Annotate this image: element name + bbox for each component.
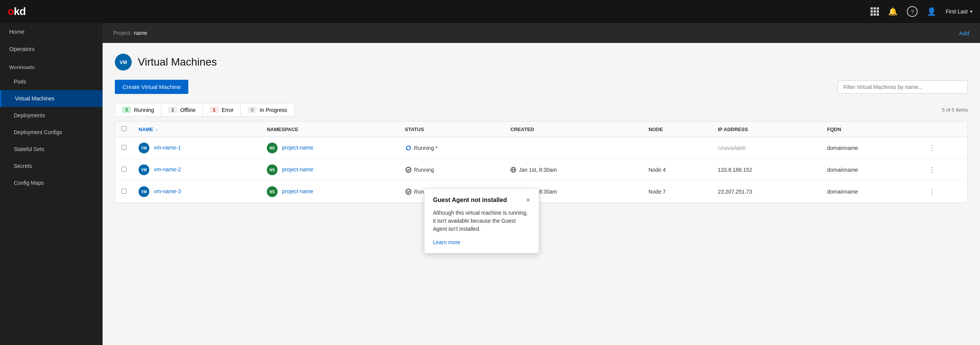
select-all-header[interactable] bbox=[115, 122, 132, 137]
user-name: First Last bbox=[946, 8, 968, 15]
page-badge: VM bbox=[115, 54, 132, 71]
sidebar-item-deployments[interactable]: Deployments bbox=[0, 107, 103, 124]
popover-close-button[interactable]: × bbox=[526, 197, 530, 204]
row2-checkbox[interactable] bbox=[121, 167, 126, 172]
row1-vm-badge: VM bbox=[139, 143, 149, 153]
row3-ns-badge: NS bbox=[267, 186, 278, 197]
row1-name-cell: VM vm-name-1 bbox=[132, 137, 261, 159]
row3-name-cell: VM vm-name-3 bbox=[132, 181, 261, 203]
row2-fqdn-cell: domainname bbox=[821, 159, 922, 181]
row1-status-text: Running * bbox=[414, 145, 438, 151]
row2-node-cell: Node 4 bbox=[642, 159, 712, 181]
filter-offline[interactable]: 1 Offline bbox=[161, 104, 203, 116]
row3-vm-badge: VM bbox=[139, 186, 149, 197]
row3-namespace-cell: NS project-name bbox=[261, 181, 399, 203]
row1-fqdn-cell: domainname bbox=[821, 137, 922, 159]
waffle-icon[interactable] bbox=[871, 7, 879, 16]
sidebar-item-home[interactable]: Home bbox=[0, 23, 103, 40]
filter-error[interactable]: 1 Error bbox=[203, 104, 241, 116]
svg-point-4 bbox=[406, 189, 411, 194]
status-col-header: STATUS bbox=[399, 122, 505, 137]
table-header-row: NAME ↕ NAMESPACE STATUS CREATED NODE IP … bbox=[115, 122, 967, 137]
running-count: 3 bbox=[122, 107, 131, 113]
row1-name-link[interactable]: vm-name-1 bbox=[154, 145, 181, 151]
row2-namespace-link[interactable]: project-name bbox=[282, 166, 314, 172]
top-nav-icons: 🔔 ? 👤 First Last ▾ bbox=[871, 6, 972, 17]
sidebar: Home Operators Workloads Pods Virtual Ma… bbox=[0, 23, 103, 345]
page-header: VM Virtual Machines bbox=[115, 54, 968, 71]
svg-point-0 bbox=[406, 167, 411, 172]
row2-status-cell: Running bbox=[399, 159, 505, 181]
row3-name-link[interactable]: vm-name-3 bbox=[154, 188, 181, 194]
row1-ip-cell: Unavailable bbox=[712, 137, 821, 159]
create-vm-button[interactable]: Create Virtual Machine bbox=[115, 80, 188, 94]
row3-actions-cell[interactable]: ⋮ bbox=[923, 181, 967, 203]
subheader: Project: name Add bbox=[103, 23, 980, 43]
row1-namespace-cell: NS project-name bbox=[261, 137, 399, 159]
row1-actions-cell[interactable]: ⋮ bbox=[923, 137, 967, 159]
row2-checkbox-cell[interactable] bbox=[115, 159, 132, 181]
sidebar-item-operators[interactable]: Operators bbox=[0, 40, 103, 58]
user-avatar-icon[interactable]: 👤 bbox=[927, 7, 936, 16]
okd-logo-text: okd bbox=[8, 5, 26, 18]
add-button[interactable]: Add bbox=[959, 30, 969, 36]
row2-ns-badge: NS bbox=[267, 164, 278, 175]
node-col-header: NODE bbox=[642, 122, 712, 137]
row1-checkbox-cell[interactable] bbox=[115, 137, 132, 159]
filter-running[interactable]: 3 Running bbox=[115, 104, 161, 116]
table-row: VM vm-name-3 NS project-name bbox=[115, 181, 967, 203]
row3-fqdn-cell: domainname bbox=[821, 181, 922, 203]
notifications-icon[interactable]: 🔔 bbox=[888, 7, 898, 16]
row1-status: Running * bbox=[405, 145, 498, 151]
row2-status-text: Running bbox=[414, 167, 434, 173]
row3-kebab-menu[interactable]: ⋮ bbox=[929, 188, 936, 196]
project-label: Project: bbox=[113, 30, 131, 36]
row1-kebab-menu[interactable]: ⋮ bbox=[929, 144, 936, 152]
user-menu[interactable]: First Last ▾ bbox=[946, 8, 972, 15]
error-label: Error bbox=[222, 107, 234, 113]
row2-vm-badge: VM bbox=[139, 164, 149, 175]
error-count: 1 bbox=[210, 107, 219, 113]
item-count: 5 of 5 items bbox=[942, 107, 968, 113]
sidebar-item-virtual-machines[interactable]: Virtual Machines bbox=[0, 90, 103, 107]
row3-checkbox[interactable] bbox=[121, 189, 126, 194]
offline-count: 1 bbox=[168, 107, 177, 113]
page-title: Virtual Machines bbox=[138, 56, 217, 68]
row2-name-cell: VM vm-name-2 bbox=[132, 159, 261, 181]
main-panel: Project: name Add VM Virtual Machines Cr… bbox=[103, 23, 980, 345]
inprogress-count: 0 bbox=[248, 107, 256, 113]
row1-checkbox[interactable] bbox=[121, 145, 126, 150]
sidebar-item-deployment-configs[interactable]: Deployment Configs bbox=[0, 124, 103, 141]
filter-input[interactable] bbox=[838, 80, 968, 94]
fqdn-col-header: FQDN bbox=[821, 122, 922, 137]
table-row: VM vm-name-2 NS project-name bbox=[115, 159, 967, 181]
sidebar-item-stateful-sets[interactable]: Stateful Sets bbox=[0, 141, 103, 158]
row1-status-icon bbox=[405, 145, 412, 151]
row1-ns-badge: NS bbox=[267, 143, 278, 153]
row3-checkbox-cell[interactable] bbox=[115, 181, 132, 203]
row2-name-link[interactable]: vm-name-2 bbox=[154, 166, 181, 172]
sort-icon: ↕ bbox=[155, 127, 158, 132]
row2-globe-icon bbox=[510, 167, 516, 173]
popover-title: Guest Agent not installed bbox=[433, 197, 507, 204]
filters-section: 3 Running 1 Offline 1 Error 0 In Progres… bbox=[115, 103, 968, 117]
namespace-col-header: NAMESPACE bbox=[261, 122, 399, 137]
row1-namespace-link[interactable]: project-name bbox=[282, 145, 314, 151]
row2-actions-cell[interactable]: ⋮ bbox=[923, 159, 967, 181]
user-dropdown-icon: ▾ bbox=[970, 9, 972, 14]
sidebar-item-config-maps[interactable]: Config Maps bbox=[0, 174, 103, 191]
name-col-header[interactable]: NAME ↕ bbox=[132, 122, 261, 137]
popover-header: Guest Agent not installed × bbox=[433, 197, 530, 204]
help-icon[interactable]: ? bbox=[907, 6, 918, 17]
sidebar-item-secrets[interactable]: Secrets bbox=[0, 158, 103, 174]
row3-namespace-link[interactable]: project-name bbox=[282, 188, 314, 194]
sidebar-item-pods[interactable]: Pods bbox=[0, 73, 103, 90]
created-col-header: CREATED bbox=[504, 122, 642, 137]
table-row: VM vm-name-1 NS project-name bbox=[115, 137, 967, 159]
row2-kebab-menu[interactable]: ⋮ bbox=[929, 166, 936, 174]
select-all-checkbox[interactable] bbox=[121, 126, 126, 131]
popover-learn-more-link[interactable]: Learn more bbox=[433, 239, 461, 245]
row3-status-icon bbox=[405, 188, 412, 195]
row3-ip-cell: 23.207.251.73 bbox=[712, 181, 821, 203]
filter-inprogress[interactable]: 0 In Progress bbox=[241, 104, 294, 116]
